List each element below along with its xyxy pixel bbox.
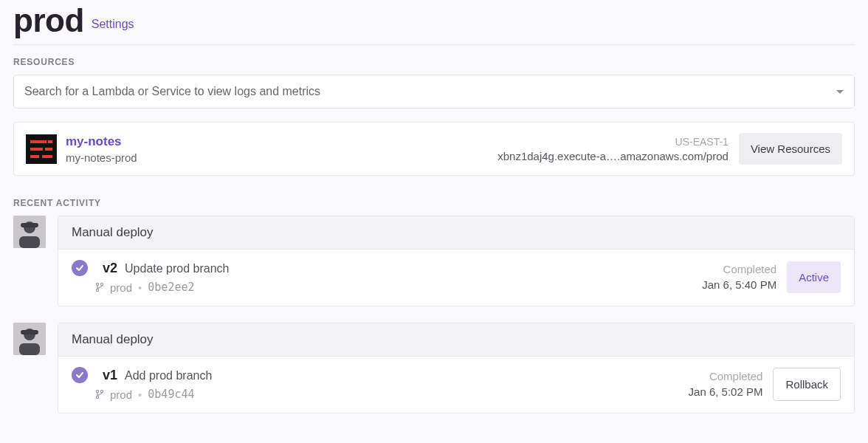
commit-message: Add prod branch <box>125 369 212 382</box>
svg-rect-17 <box>21 330 38 334</box>
svg-rect-6 <box>42 155 52 158</box>
activity-title: Manual deploy <box>58 216 854 250</box>
svg-rect-16 <box>19 343 40 355</box>
svg-rect-9 <box>19 236 40 248</box>
branch-name: prod <box>110 281 132 294</box>
title-divider <box>13 44 855 45</box>
svg-point-11 <box>96 283 98 285</box>
deploy-meta: Completed Jan 6, 5:40 PM <box>702 263 776 291</box>
chevron-down-icon <box>836 90 844 94</box>
activity-row: Manual deploy v2 Update prod branch prod… <box>13 216 855 306</box>
deploy-timestamp: Jan 6, 5:02 PM <box>689 385 763 398</box>
settings-link[interactable]: Settings <box>92 18 134 37</box>
view-resources-button[interactable]: View Resources <box>739 133 842 165</box>
svg-point-18 <box>96 390 98 392</box>
resource-region: US-EAST-1 <box>675 136 728 148</box>
separator-dot: • <box>138 388 142 401</box>
commit-hash: 0be2ee2 <box>148 281 194 294</box>
deploy-timestamp: Jan 6, 5:40 PM <box>702 278 776 291</box>
svg-point-12 <box>100 283 103 285</box>
rollback-button[interactable]: Rollback <box>773 368 841 401</box>
resource-endpoint: xbnz1daj4g.execute-a….amazonaws.com/prod <box>497 150 728 162</box>
activity-section-label: RECENT ACTIVITY <box>13 198 855 208</box>
commit-message: Update prod branch <box>125 262 229 275</box>
svg-point-19 <box>100 390 103 392</box>
avatar <box>13 216 46 248</box>
deploy-status: Completed <box>709 370 763 382</box>
svg-rect-3 <box>30 155 39 158</box>
resource-name-link[interactable]: my-notes <box>66 134 137 149</box>
resource-info: my-notes my-notes-prod <box>66 134 137 164</box>
deploy-info: v2 Update prod branch prod • 0be2ee2 <box>72 260 229 294</box>
resource-meta: US-EAST-1 xbnz1daj4g.execute-a….amazonaw… <box>497 136 728 162</box>
activity-card: Manual deploy v1 Add prod branch prod • … <box>58 323 855 413</box>
deploy-meta: Completed Jan 6, 5:02 PM <box>689 370 763 398</box>
activity-row: Manual deploy v1 Add prod branch prod • … <box>13 323 855 413</box>
separator-dot: • <box>138 281 142 294</box>
serverless-icon <box>26 134 57 164</box>
branch-icon <box>95 282 104 292</box>
branch-icon <box>95 389 104 399</box>
svg-point-13 <box>96 289 98 291</box>
page-header: prod Settings <box>13 0 855 44</box>
resource-card: my-notes my-notes-prod US-EAST-1 xbnz1da… <box>13 122 855 176</box>
resource-slug: my-notes-prod <box>66 151 137 164</box>
svg-rect-10 <box>21 223 38 227</box>
svg-rect-5 <box>45 148 52 151</box>
deploy-status: Completed <box>723 263 777 275</box>
svg-rect-1 <box>30 140 46 143</box>
svg-rect-4 <box>48 140 52 143</box>
page-title: prod <box>13 4 84 37</box>
search-placeholder: Search for a Lambda or Service to view l… <box>24 85 320 98</box>
branch-name: prod <box>110 388 132 401</box>
svg-rect-2 <box>30 148 43 151</box>
deploy-version: v2 <box>103 261 117 276</box>
deploy-info: v1 Add prod branch prod • 0b49c44 <box>72 367 212 401</box>
check-icon <box>72 367 88 383</box>
activity-card: Manual deploy v2 Update prod branch prod… <box>58 216 855 306</box>
check-icon <box>72 260 88 276</box>
active-badge-button: Active <box>787 261 841 293</box>
commit-hash: 0b49c44 <box>148 388 194 401</box>
svg-point-20 <box>96 396 98 398</box>
deploy-version: v1 <box>103 368 117 383</box>
resource-search-dropdown[interactable]: Search for a Lambda or Service to view l… <box>13 75 855 109</box>
avatar <box>13 323 46 355</box>
resources-section-label: RESOURCES <box>13 57 855 67</box>
activity-title: Manual deploy <box>58 323 854 357</box>
